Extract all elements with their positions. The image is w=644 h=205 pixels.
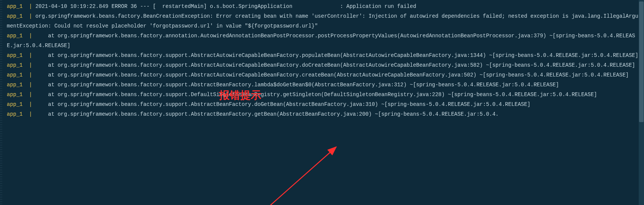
log-line: app_1 | at org.springframework.beans.fac… [7, 90, 641, 99]
log-line: app_1 | at org.springframework.beans.fac… [7, 109, 641, 119]
log-text: at org.springframework.beans.factory.sup… [36, 72, 629, 78]
service-prefix: app_1 [7, 62, 23, 68]
log-text: at org.springframework.beans.factory.sup… [36, 101, 531, 107]
log-line: app_1 | at org.springframework.beans.fac… [7, 70, 641, 80]
separator: | [29, 72, 32, 78]
separator: | [29, 52, 32, 58]
log-line: app_1 | 2021-04-10 10:19:22.849 ERROR 36… [7, 2, 641, 11]
log-line: app_1 | at org.springframework.beans.fac… [7, 31, 641, 50]
annotation-arrow-icon [7, 119, 644, 205]
service-prefix: app_1 [7, 92, 23, 98]
left-gutter [0, 0, 2, 205]
separator: | [29, 3, 32, 9]
separator: | [29, 111, 32, 117]
scroll-thumb[interactable] [639, 2, 644, 122]
log-text: at org.springframework.beans.factory.sup… [36, 92, 597, 98]
service-prefix: app_1 [7, 3, 23, 9]
svg-line-1 [249, 147, 336, 205]
service-prefix: app_1 [7, 33, 23, 39]
log-line: app_1 | at org.springframework.beans.fac… [7, 50, 641, 60]
log-text: at org.springframework.beans.factory.sup… [36, 111, 499, 117]
service-prefix: app_1 [7, 101, 23, 107]
separator: | [29, 101, 32, 107]
log-text: at org.springframework.beans.factory.ann… [7, 33, 635, 49]
log-line: app_1 | at org.springframework.beans.fac… [7, 80, 641, 90]
log-line: app_1 | at org.springframework.beans.fac… [7, 60, 641, 70]
log-text: at org.springframework.beans.factory.sup… [36, 82, 559, 88]
log-text: at org.springframework.beans.factory.sup… [36, 52, 638, 58]
service-prefix: app_1 [7, 82, 23, 88]
service-prefix: app_1 [7, 13, 23, 19]
vertical-scrollbar[interactable] [639, 0, 644, 205]
log-line: app_1 | at org.springframework.beans.fac… [7, 99, 641, 109]
log-text: 2021-04-10 10:19:22.849 ERROR 36 --- [ r… [36, 3, 416, 9]
log-output: app_1 | 2021-04-10 10:19:22.849 ERROR 36… [7, 2, 641, 119]
log-text: at org.springframework.beans.factory.sup… [36, 62, 635, 68]
service-prefix: app_1 [7, 111, 23, 117]
separator: | [29, 92, 32, 98]
service-prefix: app_1 [7, 52, 23, 58]
separator: | [29, 13, 32, 19]
log-text: org.springframework.beans.factory.BeanCr… [7, 13, 638, 29]
terminal-window[interactable]: app_1 | 2021-04-10 10:19:22.849 ERROR 36… [0, 0, 644, 205]
separator: | [29, 33, 32, 39]
service-prefix: app_1 [7, 72, 23, 78]
separator: | [29, 62, 32, 68]
log-line: app_1 | org.springframework.beans.factor… [7, 11, 641, 31]
separator: | [29, 82, 32, 88]
